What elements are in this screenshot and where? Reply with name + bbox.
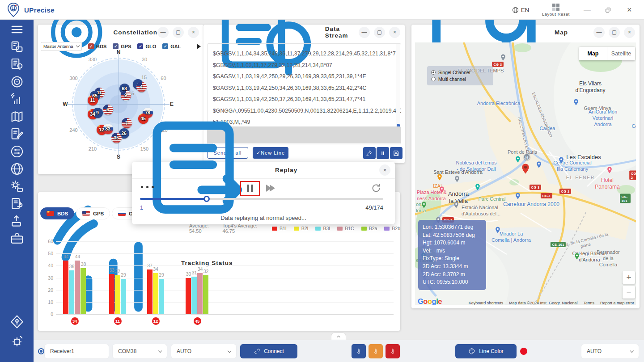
baud-rate-select[interactable]: AUTO [171,344,236,358]
fast-forward-button[interactable] [266,185,275,192]
panel-close-button[interactable]: × [389,27,400,38]
system-checkbox-glo[interactable]: ✓GLO [137,43,156,49]
thermometer-icon [355,348,362,355]
antenna-select[interactable]: Master Antenna [41,42,82,51]
receiver-radio[interactable] [38,348,44,354]
attribution-link[interactable]: Map data ©2024 Inst. Geogr. Nacional [509,301,577,305]
replay-close-button[interactable]: × [379,164,390,176]
sidebar-menu-icon[interactable] [8,22,26,37]
sidebar-message-log-icon[interactable] [8,126,26,142]
sidebar-constellation-icon[interactable] [8,74,26,89]
road-badge-cs-101: CS-101 [620,194,631,203]
receiver-name-field[interactable]: Receiver1 [45,344,109,358]
sidebar-tracking-status-icon[interactable] [8,92,26,107]
mode-select[interactable]: AUTO [581,344,639,358]
temperature-orange-button[interactable] [369,344,383,358]
line-color-swatch[interactable] [520,348,527,355]
attribution-link[interactable]: Report a map error [600,301,634,305]
layout-reset-button[interactable]: Layout Reset [542,0,570,20]
zoom-out-button[interactable]: − [623,286,635,299]
poi-pin-green[interactable] [573,253,581,260]
panel-maximize-button[interactable]: ▢ [374,27,385,38]
attribution-link[interactable]: Keyboard shortcuts [469,301,504,305]
poi-pin-blue[interactable] [494,226,502,234]
replay-restart-button[interactable] [371,183,381,194]
poi-pin-hotel[interactable] [438,186,446,194]
system-checkbox-gps[interactable]: ✓GPS [113,43,131,49]
uprecise-logo-icon [6,2,21,17]
gridline [56,314,394,315]
satellite-view-button[interactable]: Satellite [607,47,635,60]
panel-minimize-button[interactable]: — [157,27,169,38]
zoom-in-button[interactable]: + [623,271,635,284]
poi-pin-green[interactable] [420,201,428,209]
poi-pin-grey[interactable] [500,54,507,61]
replay-progress-start: 1 [140,204,143,211]
map-view-button[interactable]: Map [579,47,607,60]
constellation-title: Constellation [113,29,157,36]
replay-options-button[interactable] [141,186,154,188]
system-checkbox-bds[interactable]: ✓BDS [88,43,106,49]
channel-option[interactable]: Multi channel [431,76,489,82]
line-color-button[interactable]: Line Color [455,344,517,358]
replay-pause-button[interactable] [240,181,260,196]
sidebar-config-icon[interactable] [8,144,26,159]
sidebar-data-stream-icon[interactable] [8,57,26,72]
poi-pin-hotel[interactable] [606,166,614,174]
com-port-select[interactable]: COM38 [113,344,167,358]
poi-pin-food[interactable] [436,173,444,181]
panel-maximize-button[interactable]: ▢ [609,27,620,38]
panel-close-button[interactable]: × [188,27,199,38]
poi-pin-cart[interactable] [514,192,522,200]
y-tick-label: 50 [43,251,53,256]
window-minimize-button[interactable]: — [584,0,591,20]
window-close-button[interactable]: × [627,0,632,20]
bar-b1i-sat12 [147,269,153,314]
poi-pin-teal[interactable] [514,156,522,163]
map-canvas[interactable]: EL JOC DEL TEMPSEls Vilars d'EngordanyAn… [415,42,636,305]
channel-option[interactable]: Singel Channel [431,70,489,75]
bar-b3i-sat12 [159,279,164,314]
temperature-red-button[interactable] [386,344,400,358]
connect-button[interactable]: Connect [240,344,297,358]
attribution-link[interactable]: Terms [583,301,594,305]
panel-minimize-button[interactable]: — [593,27,605,38]
poi-pin-church[interactable] [453,175,461,183]
poi-pin-teal[interactable] [474,183,482,191]
sidebar-replay-icon[interactable] [8,196,26,211]
google-logo[interactable]: Google [418,297,442,305]
sidebar-upload-icon[interactable] [8,214,26,229]
panel-close-button[interactable]: × [624,27,635,38]
poi-pin-blue[interactable] [572,98,580,106]
clear-stream-button[interactable] [363,147,376,159]
sidebar-network-icon[interactable] [8,161,26,177]
language-selector[interactable]: EN [512,0,529,20]
poi-pin-blue[interactable] [558,156,565,164]
satellite-prn: 11 [97,90,102,95]
sidebar-map-icon[interactable] [8,109,26,124]
sidebar-toolbox-icon[interactable] [8,231,26,246]
poi-pin-grey[interactable] [453,201,460,209]
collapse-bottom-bar-button[interactable] [331,333,346,340]
system-checkbox-gal[interactable]: ✓GAL [162,43,181,49]
slider-thumb[interactable] [203,196,210,202]
save-stream-button[interactable] [390,147,402,159]
pause-stream-button[interactable] [377,147,389,159]
replay-progress-slider[interactable] [140,198,383,200]
panel-minimize-button[interactable]: — [359,27,370,38]
sidebar-receiver-icon[interactable] [8,39,26,55]
sidebar-security-icon[interactable] [8,314,26,329]
top-bar: UPrecise EN Layout Reset — × [0,0,644,20]
road-badge-cg-1: CG-1 [541,193,552,198]
hospital-poi-icon[interactable]: H [524,154,530,160]
position-marker[interactable] [520,163,532,175]
sidebar-update-icon[interactable] [8,334,26,349]
sidebar-device-settings-icon[interactable] [8,179,26,194]
map-header: Map — ▢ × [411,25,640,40]
temperature-blue-button[interactable] [352,344,366,358]
window-restore-button[interactable] [605,0,611,20]
info-line: Lat: 42.50837506 deg [423,232,482,240]
more-systems-arrow-icon[interactable] [197,44,201,49]
poi-pin-cart[interactable] [535,161,543,168]
panel-maximize-button[interactable]: ▢ [173,27,184,38]
